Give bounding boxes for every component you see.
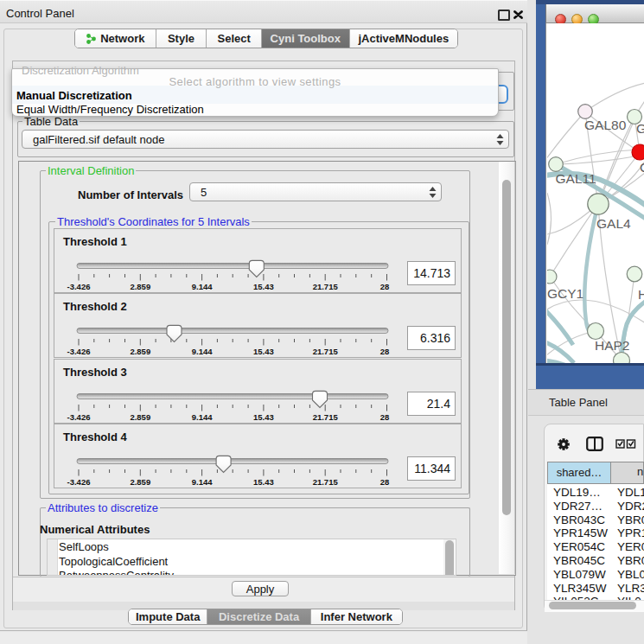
svg-text:C: C	[640, 160, 644, 175]
svg-text:GAL: GAL	[636, 121, 644, 136]
svg-text:21.715: 21.715	[313, 412, 339, 422]
svg-text:GCY1: GCY1	[547, 286, 583, 301]
svg-text:-3.426: -3.426	[67, 282, 91, 291]
svg-text:-3.426: -3.426	[67, 347, 91, 356]
svg-text:15.43: 15.43	[253, 477, 274, 487]
svg-text:2.859: 2.859	[130, 412, 150, 422]
svg-text:-3.426: -3.426	[67, 477, 91, 487]
svg-text:2.859: 2.859	[130, 477, 150, 487]
svg-text:GAL4: GAL4	[596, 216, 631, 231]
svg-text:28: 28	[380, 282, 390, 291]
svg-text:9.144: 9.144	[192, 412, 213, 422]
svg-text:28: 28	[380, 477, 390, 487]
svg-text:9.144: 9.144	[192, 477, 213, 487]
svg-text:15.43: 15.43	[253, 347, 274, 356]
svg-text:15.43: 15.43	[253, 282, 274, 291]
svg-text:HAP2: HAP2	[595, 338, 630, 353]
svg-text:9.144: 9.144	[192, 347, 213, 356]
svg-text:9.144: 9.144	[192, 282, 213, 291]
svg-text:GAL80: GAL80	[584, 118, 627, 132]
svg-text:-3.426: -3.426	[67, 412, 91, 422]
svg-text:28: 28	[380, 347, 390, 356]
svg-text:15.43: 15.43	[253, 412, 274, 422]
svg-text:21.715: 21.715	[313, 477, 339, 487]
svg-text:2.859: 2.859	[130, 282, 150, 291]
svg-text:H: H	[638, 287, 644, 302]
svg-text:21.715: 21.715	[313, 347, 339, 356]
svg-text:2.859: 2.859	[130, 347, 150, 356]
svg-text:28: 28	[380, 412, 390, 422]
svg-text:GAL11: GAL11	[556, 171, 596, 186]
svg-text:21.715: 21.715	[313, 282, 339, 291]
